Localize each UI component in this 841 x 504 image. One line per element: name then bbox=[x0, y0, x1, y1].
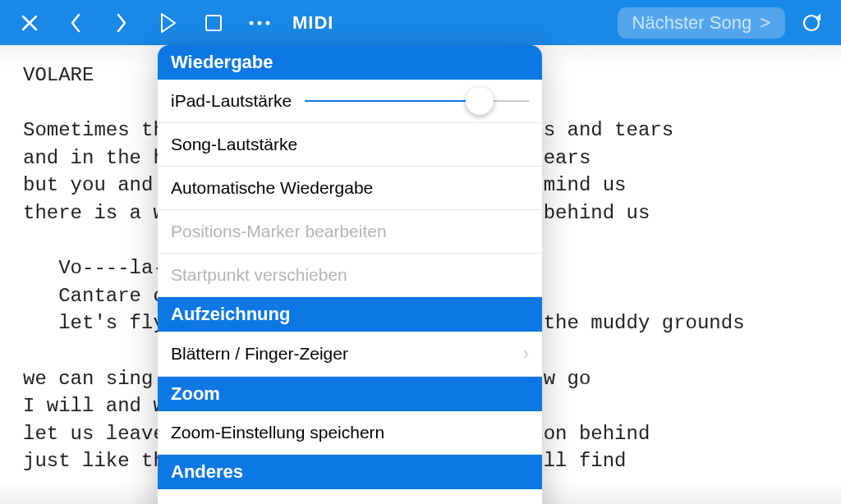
refresh-icon bbox=[800, 11, 823, 34]
auto-play-row[interactable]: Automatische Wiedergabe bbox=[158, 167, 542, 210]
midi-logo: MIDI bbox=[286, 12, 340, 34]
svg-point-4 bbox=[250, 21, 254, 25]
section-header-other: Anderes bbox=[158, 455, 542, 489]
page-pointer-row[interactable]: Blättern / Finger-Zeiger › bbox=[158, 332, 542, 377]
next-button[interactable] bbox=[102, 3, 141, 43]
svg-rect-3 bbox=[206, 16, 221, 30]
next-song-label: Nächster Song bbox=[632, 12, 752, 34]
chevron-right-icon: › bbox=[523, 343, 529, 364]
edit-markers-label: Positions-Marker bearbeiten bbox=[171, 222, 387, 241]
slider-knob[interactable] bbox=[466, 87, 494, 115]
ipad-volume-row[interactable]: iPad-Lautstärke bbox=[158, 80, 542, 123]
stop-button[interactable] bbox=[194, 3, 233, 43]
slider-fill bbox=[305, 100, 480, 102]
section-header-recording: Aufzeichnung bbox=[158, 297, 542, 332]
play-button[interactable] bbox=[148, 3, 187, 43]
svg-marker-2 bbox=[162, 14, 175, 32]
edit-song-row[interactable]: Song bearbeiten bbox=[158, 489, 542, 504]
chevron-right-icon bbox=[113, 11, 130, 34]
stop-icon bbox=[204, 13, 223, 33]
save-zoom-row[interactable]: Zoom-Einstellung speichern bbox=[158, 411, 542, 455]
greater-than-icon: > bbox=[760, 12, 770, 34]
close-icon bbox=[20, 13, 39, 33]
song-volume-label: Song-Lautstärke bbox=[171, 135, 297, 154]
page-pointer-label: Blättern / Finger-Zeiger bbox=[171, 344, 348, 364]
ipad-volume-slider[interactable] bbox=[305, 100, 529, 102]
play-icon bbox=[158, 11, 177, 34]
section-header-playback: Wiedergabe bbox=[158, 45, 542, 80]
more-button[interactable] bbox=[240, 3, 279, 43]
edit-song-label: Song bearbeiten bbox=[171, 501, 297, 504]
section-header-zoom: Zoom bbox=[158, 377, 542, 411]
svg-point-5 bbox=[258, 21, 262, 25]
save-zoom-label: Zoom-Einstellung speichern bbox=[171, 423, 384, 442]
close-button[interactable] bbox=[10, 3, 49, 43]
refresh-button[interactable] bbox=[792, 3, 831, 43]
ipad-volume-label: iPad-Lautstärke bbox=[171, 91, 292, 111]
prev-button[interactable] bbox=[56, 3, 95, 43]
ellipsis-icon bbox=[247, 19, 272, 27]
edit-markers-row: Positions-Marker bearbeiten bbox=[158, 210, 542, 254]
move-start-row: Startpunkt verschieben bbox=[158, 254, 542, 297]
more-popover: Wiedergabe iPad-Lautstärke Song-Lautstär… bbox=[158, 45, 542, 504]
auto-play-label: Automatische Wiedergabe bbox=[171, 178, 373, 198]
song-volume-row[interactable]: Song-Lautstärke bbox=[158, 123, 542, 167]
move-start-label: Startpunkt verschieben bbox=[171, 265, 347, 285]
svg-point-6 bbox=[266, 21, 270, 25]
chevron-left-icon bbox=[67, 11, 84, 34]
toolbar: MIDI Nächster Song > bbox=[0, 0, 841, 45]
next-song-button[interactable]: Nächster Song > bbox=[618, 7, 785, 39]
